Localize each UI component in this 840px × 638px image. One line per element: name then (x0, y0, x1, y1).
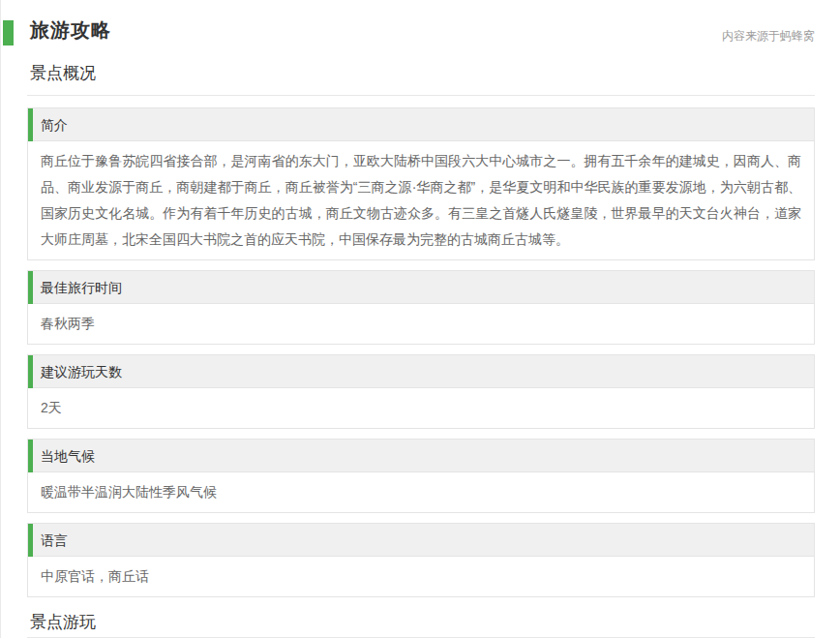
info-card-label: 语言 (41, 532, 68, 548)
section-heading-play: 景点游玩 (30, 611, 840, 633)
info-card-best-time: 最佳旅行时间 春秋两季 (27, 270, 815, 345)
info-card-list: 简介 商丘位于豫鲁苏皖四省接合部，是河南省的东大门，亚欧大陆桥中国段六大中心城市… (27, 107, 815, 597)
info-card-header: 建议游玩天数 (28, 355, 814, 388)
card-accent-bar (28, 271, 33, 304)
card-accent-bar (28, 355, 33, 388)
page-title: 旅游攻略 (30, 17, 111, 44)
info-card-content: 2天 (28, 388, 814, 428)
info-card-content: 暖温带半温润大陆性季风气候 (28, 472, 814, 512)
travel-guide-page: 旅游攻略 内容来源于蚂蜂窝 景点概况 简介 商丘位于豫鲁苏皖四省接合部，是河南省… (0, 0, 840, 638)
info-card-label: 当地气候 (41, 448, 95, 464)
info-card-header: 最佳旅行时间 (28, 271, 814, 304)
info-card-content: 春秋两季 (28, 304, 814, 344)
info-card-intro: 简介 商丘位于豫鲁苏皖四省接合部，是河南省的东大门，亚欧大陆桥中国段六大中心城市… (27, 107, 815, 260)
info-card-header: 简介 (28, 108, 814, 141)
info-card-label: 简介 (41, 117, 68, 133)
title-accent-bar (3, 20, 14, 46)
section-divider-top (27, 95, 815, 96)
info-card-language: 语言 中原官话，商丘话 (27, 523, 815, 597)
card-accent-bar (28, 440, 33, 472)
info-card-header: 语言 (28, 524, 814, 557)
info-card-header: 当地气候 (28, 440, 814, 472)
info-card-content: 商丘位于豫鲁苏皖四省接合部，是河南省的东大门，亚欧大陆桥中国段六大中心城市之一。… (28, 141, 814, 259)
card-accent-bar (28, 524, 33, 557)
info-card-label: 最佳旅行时间 (41, 280, 122, 295)
info-card-label: 建议游玩天数 (41, 364, 122, 380)
page-header: 旅游攻略 内容来源于蚂蜂窝 (1, 20, 840, 47)
info-card-climate: 当地气候 暖温带半温润大陆性季风气候 (27, 439, 815, 513)
source-attribution: 内容来源于蚂蜂窝 (722, 28, 815, 45)
info-card-suggested-days: 建议游玩天数 2天 (27, 354, 815, 429)
section-heading-overview: 景点概况 (30, 62, 840, 84)
info-card-content: 中原官话，商丘话 (28, 557, 814, 596)
card-accent-bar (28, 108, 33, 141)
